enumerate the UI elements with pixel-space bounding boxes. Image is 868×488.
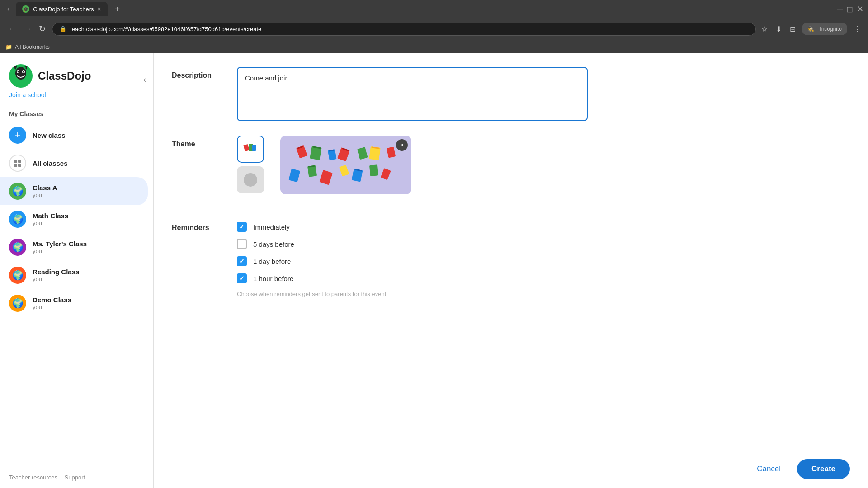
reminder-1hour-label: 1 hour before xyxy=(253,275,293,282)
description-textarea[interactable] xyxy=(237,67,588,121)
sidebar-item-text-math-class: Math Class you xyxy=(33,212,68,226)
math-class-sub: you xyxy=(33,220,68,226)
new-class-icon: + xyxy=(9,127,26,144)
svg-rect-10 xyxy=(243,144,249,151)
ms-tylers-sub: you xyxy=(33,248,87,254)
sidebar-item-reading-class[interactable]: 🌍 Reading Class you xyxy=(0,261,153,289)
svg-rect-24 xyxy=(387,147,396,158)
reminder-immediately-label: Immediately xyxy=(253,223,290,231)
sidebar-item-text-demo-class: Demo Class you xyxy=(33,296,71,310)
menu-icon[interactable]: ⋮ xyxy=(852,23,863,35)
demo-class-name: Demo Class xyxy=(33,296,71,304)
teacher-resources-link[interactable]: Teacher resources xyxy=(9,474,57,481)
math-class-avatar: 🌍 xyxy=(9,211,26,228)
theme-preview: × xyxy=(280,136,411,194)
new-tab-button[interactable]: + xyxy=(111,4,124,14)
action-bar: Cancel Create xyxy=(154,450,868,488)
tab-favicon: 🎓 xyxy=(22,5,29,13)
svg-rect-8 xyxy=(14,164,17,167)
browser-toolbar: ← → ↻ 🔒 teach.classdojo.com/#/classes/65… xyxy=(0,18,868,40)
checkbox-1hour[interactable]: ✓ xyxy=(237,273,247,283)
sidebar-footer: Teacher resources · Support xyxy=(0,467,153,488)
bookmark-icon[interactable]: ☆ xyxy=(760,23,769,35)
svg-rect-29 xyxy=(339,165,349,177)
all-classes-icon xyxy=(9,155,26,172)
checkbox-immediately[interactable]: ✓ xyxy=(237,222,247,232)
check-1hour: ✓ xyxy=(239,275,245,282)
sidebar-item-demo-class[interactable]: 🌍 Demo Class you xyxy=(0,289,153,317)
all-classes-label: All classes xyxy=(33,160,68,167)
reminder-5days-label: 5 days before xyxy=(253,240,294,248)
support-link[interactable]: Support xyxy=(65,474,85,481)
nav-forward[interactable]: → xyxy=(21,22,34,36)
reminder-5days: ✓ 5 days before xyxy=(237,239,294,249)
address-bar[interactable]: 🔒 teach.classdojo.com/#/classes/65982e10… xyxy=(52,23,756,36)
close-window-button[interactable]: ✕ xyxy=(857,4,863,14)
sidebar: ClassDojo Join a school ‹ My Classes + N… xyxy=(0,53,154,488)
maximize-button[interactable]: ◻ xyxy=(846,4,853,14)
reminder-1hour: ✓ 1 hour before xyxy=(237,273,294,283)
theme-options xyxy=(237,136,264,193)
tab-close-button[interactable]: × xyxy=(97,5,101,13)
sidebar-item-text-new-class: New class xyxy=(33,131,66,139)
join-school-link[interactable]: Join a school xyxy=(9,91,46,99)
bookmarks-bar: 📁 All Bookmarks xyxy=(0,40,868,53)
class-a-name: Class A xyxy=(33,184,57,192)
nav-refresh[interactable]: ↻ xyxy=(36,22,48,36)
ms-tylers-avatar: 🌍 xyxy=(9,239,26,256)
reading-class-avatar: 🌍 xyxy=(9,267,26,284)
extensions-icon[interactable]: ⊞ xyxy=(788,23,797,35)
sidebar-item-text-reading-class: Reading Class you xyxy=(33,268,79,282)
nav-back[interactable]: ← xyxy=(5,22,19,36)
checkbox-1day[interactable]: ✓ xyxy=(237,256,247,266)
cancel-button[interactable]: Cancel xyxy=(750,460,788,478)
tab-bar-left: ‹ xyxy=(5,3,12,15)
incognito-label: Incognito xyxy=(818,24,844,34)
svg-rect-7 xyxy=(18,160,21,163)
main-content: Description Theme xyxy=(154,53,868,488)
sidebar-item-ms-tylers-class[interactable]: 🌍 Ms. Tyler's Class you xyxy=(0,233,153,261)
theme-preview-close-button[interactable]: × xyxy=(396,139,408,151)
back-button[interactable]: ‹ xyxy=(5,3,12,15)
sidebar-item-math-class[interactable]: 🌍 Math Class you xyxy=(0,205,153,233)
svg-rect-6 xyxy=(14,160,17,163)
check-immediately: ✓ xyxy=(239,223,245,230)
minimize-button[interactable]: ─ xyxy=(837,5,843,14)
theme-books-pattern xyxy=(280,136,411,194)
new-class-label: New class xyxy=(33,131,66,139)
toolbar-right: ☆ ⬇ ⊞ 🕵 Incognito ⋮ xyxy=(760,23,863,35)
check-1day: ✓ xyxy=(239,258,245,265)
reminders-section: Reminders ✓ Immediately ✓ 5 days before xyxy=(172,222,588,283)
incognito-badge: 🕵 Incognito xyxy=(802,23,847,35)
browser-tab[interactable]: 🎓 ClassDojo for Teachers × xyxy=(16,2,107,16)
logo-text: ClassDojo xyxy=(38,70,91,82)
sidebar-item-text-class-a: Class A you xyxy=(33,184,57,198)
sidebar-logo: ClassDojo xyxy=(9,64,91,88)
sidebar-item-all-classes[interactable]: All classes xyxy=(0,149,153,177)
create-button[interactable]: Create xyxy=(797,459,850,479)
reading-class-name: Reading Class xyxy=(33,268,79,276)
theme-btn-circle[interactable] xyxy=(237,166,264,193)
incognito-icon: 🕵 xyxy=(806,24,816,34)
sidebar-collapse-button[interactable]: ‹ xyxy=(143,75,146,84)
footer-dot: · xyxy=(60,474,62,481)
reminders-label: Reminders xyxy=(172,222,226,232)
browser-chrome: ‹ 🎓 ClassDojo for Teachers × + ─ ◻ ✕ ← →… xyxy=(0,0,868,53)
download-icon[interactable]: ⬇ xyxy=(774,23,783,35)
svg-rect-25 xyxy=(288,169,300,182)
reminders-hint: Choose when reminders get sent to parent… xyxy=(237,291,588,297)
browser-titlebar: ‹ 🎓 ClassDojo for Teachers × + ─ ◻ ✕ xyxy=(0,0,868,18)
ms-tylers-name: Ms. Tyler's Class xyxy=(33,240,87,248)
math-class-name: Math Class xyxy=(33,212,68,220)
lock-icon: 🔒 xyxy=(60,26,66,32)
theme-btn-books[interactable] xyxy=(237,136,264,163)
url-text: teach.classdojo.com/#/classes/65982e1046… xyxy=(70,26,261,33)
description-label: Description xyxy=(172,67,226,80)
sidebar-item-class-a[interactable]: 🌍 Class A you xyxy=(0,177,148,205)
sidebar-item-new-class[interactable]: + New class xyxy=(0,121,153,149)
sidebar-header: ClassDojo Join a school ‹ xyxy=(0,53,153,106)
demo-class-sub: you xyxy=(33,304,71,310)
bookmarks-label: All Bookmarks xyxy=(15,44,50,50)
checkbox-5days[interactable]: ✓ xyxy=(237,239,247,249)
form-area: Description Theme xyxy=(154,53,606,450)
